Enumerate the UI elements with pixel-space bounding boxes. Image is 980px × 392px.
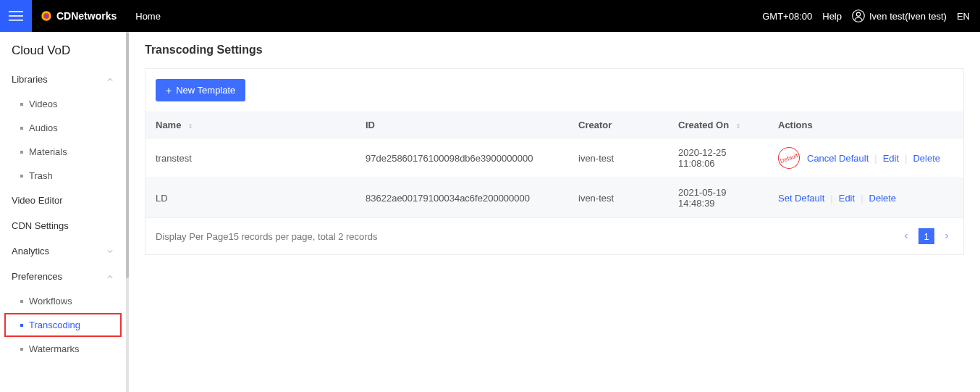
cell-name: LD (145, 178, 355, 218)
sidebar-item-label: Materials (29, 146, 67, 157)
button-label: New Template (176, 85, 235, 96)
timezone-label[interactable]: GMT+08:00 (762, 11, 812, 22)
sidebar: Cloud VoD Libraries Videos Audios Materi… (0, 32, 129, 392)
svg-rect-0 (9, 11, 23, 12)
table-footer: Display Per Page15 records per page, tot… (145, 218, 963, 254)
action-delete[interactable]: Delete (913, 153, 940, 164)
sidebar-item-label: Trash (29, 170, 53, 181)
col-header-created-on[interactable]: Created On (668, 112, 768, 138)
sort-icon (187, 122, 194, 130)
cell-actions: Set Default | Edit | Delete (768, 178, 963, 218)
chevron-down-icon (106, 247, 114, 256)
table-row: transtest 97de25860176100098db6e39000000… (145, 138, 963, 178)
sidebar-item-materials[interactable]: Materials (0, 140, 126, 164)
action-edit[interactable]: Edit (839, 193, 855, 204)
bullet-icon (20, 103, 23, 106)
svg-point-5 (45, 14, 48, 17)
nav-home[interactable]: Home (125, 11, 171, 22)
brand-text: CDNetworks (56, 10, 117, 22)
action-edit[interactable]: Edit (883, 153, 899, 164)
table-row: LD 83622ae00179100034ac6fe200000000 iven… (145, 178, 963, 218)
bullet-icon (20, 324, 23, 327)
user-icon (852, 9, 865, 22)
product-title: Cloud VoD (0, 32, 126, 67)
bullet-icon (20, 127, 23, 130)
user-menu[interactable]: Iven test(Iven test) (852, 9, 947, 22)
sidebar-group-analytics[interactable]: Analytics (0, 238, 126, 264)
col-header-label: ID (366, 120, 375, 130)
pager-next-button[interactable] (940, 230, 953, 243)
sidebar-item-audios[interactable]: Audios (0, 116, 126, 140)
sidebar-item-trash[interactable]: Trash (0, 164, 126, 188)
topbar: CDNetworks Home GMT+08:00 Help Iven test… (0, 0, 980, 32)
sidebar-item-label: Watermarks (29, 343, 80, 354)
action-cancel-default[interactable]: Cancel Default (807, 153, 869, 164)
action-delete[interactable]: Delete (869, 193, 897, 204)
pagination-summary: Display Per Page15 records per page, tot… (156, 231, 377, 242)
lang-switch[interactable]: EN (957, 11, 970, 22)
sidebar-scrollbar[interactable] (126, 32, 129, 278)
cell-creator: iven-test (568, 178, 668, 218)
cell-created-on: 2020-12-25 11:08:06 (668, 138, 768, 178)
col-header-label: Created On (678, 120, 729, 130)
topbar-right: GMT+08:00 Help Iven test(Iven test) EN (762, 9, 980, 22)
col-header-actions: Actions (768, 112, 963, 138)
cell-id: 97de25860176100098db6e3900000000 (355, 138, 568, 178)
hamburger-icon (9, 9, 23, 23)
separator-icon: | (830, 193, 832, 204)
sidebar-group-preferences[interactable]: Preferences (0, 264, 126, 289)
svg-rect-1 (9, 15, 23, 17)
action-set-default[interactable]: Set Default (778, 193, 824, 204)
chevron-right-icon (942, 232, 951, 241)
svg-point-7 (856, 12, 860, 16)
plus-icon: + (166, 86, 172, 96)
help-link[interactable]: Help (822, 11, 842, 22)
chevron-up-icon (106, 272, 114, 281)
pager-page-1[interactable]: 1 (918, 228, 934, 244)
sort-icon (735, 122, 742, 130)
sidebar-item-transcoding[interactable]: Transcoding (4, 313, 122, 337)
sidebar-item-workflows[interactable]: Workflows (0, 289, 126, 313)
bullet-icon (20, 175, 23, 178)
separator-icon: | (905, 153, 907, 164)
user-name: Iven test(Iven test) (869, 11, 947, 22)
col-header-label: Creator (578, 120, 612, 130)
separator-icon: | (861, 193, 863, 204)
card-toolbar: + New Template (145, 69, 963, 112)
sidebar-group-label: Preferences (12, 271, 62, 282)
sidebar-item-label: Audios (29, 122, 58, 133)
col-header-name[interactable]: Name (145, 112, 355, 138)
default-badge: Default (775, 144, 803, 172)
pager: 1 (900, 228, 953, 244)
chevron-left-icon (902, 232, 911, 241)
col-header-creator: Creator (568, 112, 668, 138)
cell-creator: iven-test (568, 138, 668, 178)
sidebar-item-watermarks[interactable]: Watermarks (0, 337, 126, 361)
main-content: Transcoding Settings + New Template Name… (129, 32, 980, 392)
cell-name: transtest (145, 138, 355, 178)
sidebar-item-video-editor[interactable]: Video Editor (0, 188, 126, 213)
sidebar-item-label: Videos (29, 99, 58, 109)
sidebar-group-libraries[interactable]: Libraries (0, 67, 126, 92)
cell-actions: Default Cancel Default | Edit | Delete (768, 138, 963, 178)
sidebar-item-label: Workflows (29, 296, 72, 306)
sidebar-item-label: Transcoding (29, 320, 80, 330)
col-header-label: Name (156, 120, 181, 130)
col-header-label: Actions (778, 120, 813, 130)
sidebar-group-label: Libraries (12, 74, 48, 85)
brand[interactable]: CDNetworks (32, 10, 125, 22)
page-title: Transcoding Settings (145, 43, 964, 57)
sidebar-group-label: Analytics (12, 246, 49, 257)
cell-id: 83622ae00179100034ac6fe200000000 (355, 178, 568, 218)
separator-icon: | (874, 153, 876, 164)
brand-logo-icon (41, 10, 52, 22)
bullet-icon (20, 151, 23, 154)
sidebar-item-cdn-settings[interactable]: CDN Settings (0, 213, 126, 238)
svg-rect-2 (9, 20, 23, 21)
chevron-up-icon (106, 75, 114, 84)
menu-toggle-button[interactable] (0, 0, 32, 32)
col-header-id: ID (355, 112, 568, 138)
pager-prev-button[interactable] (900, 230, 913, 243)
sidebar-item-videos[interactable]: Videos (0, 92, 126, 116)
new-template-button[interactable]: + New Template (156, 79, 245, 101)
